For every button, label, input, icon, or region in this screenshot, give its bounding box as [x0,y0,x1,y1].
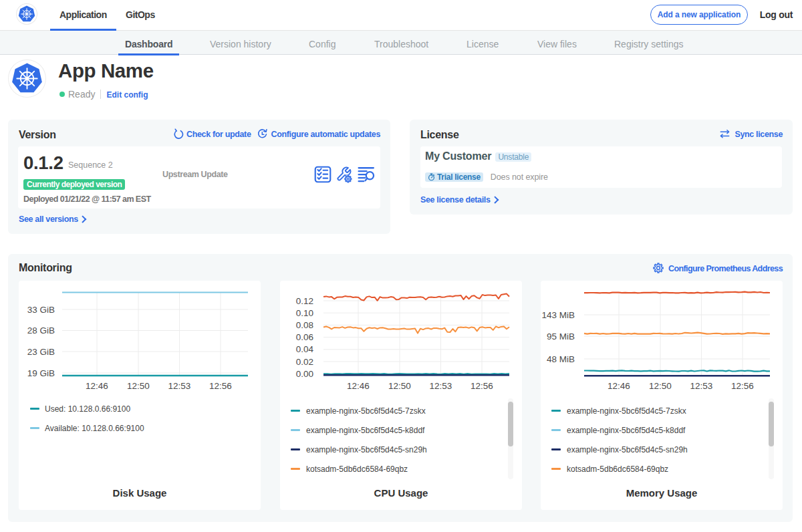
svg-text:28 GiB: 28 GiB [27,325,55,336]
svg-text:12:46: 12:46 [608,381,630,391]
svg-text:12:46: 12:46 [86,381,108,391]
svg-text:12:46: 12:46 [347,381,370,391]
svg-text:12:56: 12:56 [209,381,232,391]
svg-text:12:53: 12:53 [690,381,713,391]
svg-text:12:56: 12:56 [471,381,493,391]
svg-text:0.10: 0.10 [296,308,313,318]
svg-text:0.00: 0.00 [296,369,313,379]
svg-text:33 GiB: 33 GiB [27,305,55,315]
svg-text:19 GiB: 19 GiB [27,368,55,378]
svg-text:143 MiB: 143 MiB [541,310,575,320]
svg-text:12:50: 12:50 [127,381,150,391]
svg-text:12:50: 12:50 [388,381,411,391]
svg-text:0.12: 0.12 [296,296,313,306]
svg-text:0.06: 0.06 [296,332,313,342]
svg-text:12:50: 12:50 [649,381,672,391]
svg-text:23 GiB: 23 GiB [27,347,55,357]
svg-text:0.04: 0.04 [296,344,314,354]
svg-text:0.02: 0.02 [296,357,313,367]
svg-text:0.08: 0.08 [296,320,313,330]
svg-text:12:53: 12:53 [168,381,191,391]
svg-text:95 MiB: 95 MiB [547,331,575,342]
svg-text:12:53: 12:53 [430,381,452,391]
svg-text:12:56: 12:56 [731,381,754,391]
svg-text:48 MiB: 48 MiB [547,354,575,364]
